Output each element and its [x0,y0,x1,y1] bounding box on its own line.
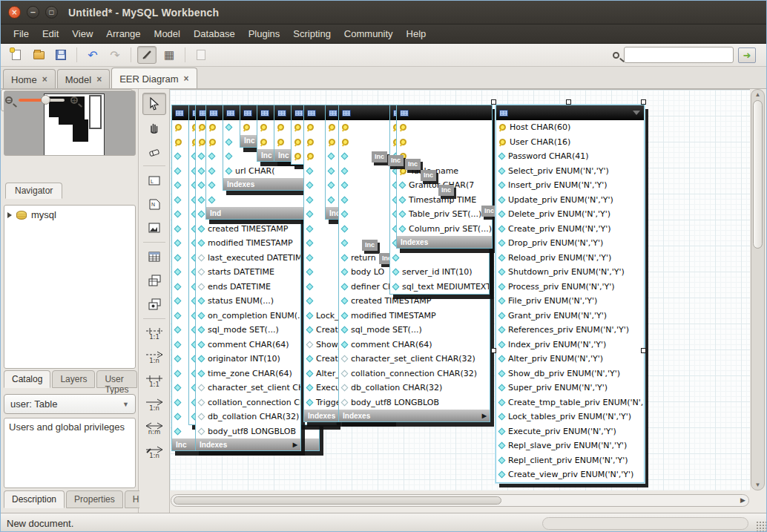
menu-model[interactable]: Model [148,26,187,42]
table-column-row[interactable]: comment CHAR(64) [196,338,300,352]
table-column-row[interactable]: References_priv ENUM('N','Y') [496,323,644,338]
table-column-row[interactable]: body_utf8 LONGBLOB [339,395,490,410]
horizontal-scroll-thumb[interactable] [174,496,501,505]
table-column-row[interactable]: created TIMESTAMP [339,294,490,309]
table-column-row[interactable]: created TIMESTAMP [196,222,300,237]
table-figure-header[interactable] [397,105,492,120]
tool-routine-group[interactable] [142,293,166,315]
tab-user-types[interactable]: User Types [96,370,137,388]
tool-layer[interactable]: L [142,169,166,191]
undo-button[interactable]: ↶ [83,46,102,64]
tab-eer-diagram[interactable]: EER Diagram× [111,68,197,88]
table-column-row[interactable]: Update_priv ENUM('N','Y') [496,193,644,208]
tab-close-icon[interactable]: × [42,74,47,85]
table-column-row[interactable]: server_id INT(10) [390,265,489,280]
scroll-up-icon[interactable]: ▲ [751,91,764,98]
selection-handle[interactable] [566,99,571,105]
tab-home[interactable]: Home× [3,69,56,88]
menu-view[interactable]: View [65,26,99,42]
resize-grip[interactable] [756,521,766,531]
scroll-right-icon[interactable]: ▶ [740,496,745,504]
table-column-row[interactable]: character_set_client CHAR(32) [339,352,490,367]
table-column-row[interactable]: starts DATETIME [196,265,300,280]
table-column-row[interactable]: Select_priv ENUM('N','Y') [496,164,644,179]
table-column-row[interactable] [390,251,489,266]
selection-handle[interactable] [491,99,496,105]
selection-handle[interactable] [641,99,646,105]
table-column-row[interactable]: modified TIMESTAMP [339,309,490,324]
tool-rel-1-1[interactable]: 1:1 [142,370,166,392]
tab-catalog[interactable]: Catalog [4,370,50,388]
selection-handle[interactable] [641,348,646,353]
table-column-row[interactable]: Repl_slave_priv ENUM('N','Y') [496,439,644,453]
no-pen-mode-button[interactable] [137,46,157,64]
table-column-row[interactable]: Show_db_priv ENUM('N','Y') [496,367,644,381]
table-column-row[interactable]: time_zone CHAR(64) [196,367,300,381]
indexes-footer[interactable]: Indexes [223,178,303,190]
new-document-button[interactable] [7,46,26,64]
titlebar[interactable]: × − ▢ Untitled* - MySQL Workbench [1,1,766,24]
tool-rel-1-n-existing[interactable]: 1:n [142,441,166,463]
paste-button[interactable] [191,46,211,64]
expander-icon[interactable] [7,212,12,218]
menu-scripting[interactable]: Scripting [286,26,338,42]
tab-description[interactable]: Description [4,490,65,508]
tool-rel-1-n-noniden[interactable]: 1:n [142,346,166,368]
description-box[interactable]: Users and global privileges [4,418,136,488]
table-column-row[interactable]: Reload_priv ENUM('N','Y') [496,251,644,266]
menu-edit[interactable]: Edit [36,26,65,42]
table-column-row[interactable]: Host CHAR(60) [496,120,644,135]
tab-close-icon[interactable]: × [184,73,189,84]
horizontal-scrollbar[interactable]: ▶ [171,494,749,507]
minimize-window-button[interactable]: − [27,6,39,19]
selection-combo[interactable]: user: Table ▼ [4,394,136,414]
table-column-row[interactable]: Shutdown_priv ENUM('N','Y') [496,265,644,280]
table-column-row[interactable]: Super_priv ENUM('N','Y') [496,381,644,395]
tab-layers[interactable]: Layers [52,370,95,388]
save-document-button[interactable] [51,46,70,64]
open-document-button[interactable] [29,46,48,64]
table-column-row[interactable]: sql_mode SET(...) [339,323,490,338]
table-column-row[interactable]: db_collation CHAR(32) [339,381,490,395]
table-column-row[interactable]: db_collation CHAR(32) [196,410,300,424]
table-column-row[interactable]: User CHAR(16) [496,135,644,150]
menu-file[interactable]: File [7,26,36,42]
table-column-row[interactable]: url CHAR( [223,164,303,179]
table-column-row[interactable]: Column_priv SET(...) [397,222,492,237]
tool-rel-1-1-noniden[interactable]: 1:1 [142,322,166,344]
tab-navigator[interactable]: Navigator [5,183,62,199]
redo-button[interactable]: ↷ [105,46,125,64]
tool-view[interactable] [142,269,166,292]
table-column-row[interactable]: Grant_priv ENUM('N','Y') [496,309,644,324]
menu-plugins[interactable]: Plugins [242,26,287,42]
collapse-arrow-icon[interactable] [633,111,640,115]
menu-help[interactable]: Help [400,26,433,42]
table-column-row[interactable]: collation_connection CHAR(32) [339,367,490,381]
table-column-row[interactable]: on_completion ENUM(...) [196,309,300,324]
table-column-row[interactable]: body_utf8 LONGBLOB [196,424,300,439]
table-column-row[interactable] [397,120,492,135]
table-column-row[interactable]: Repl_client_priv ENUM('N','Y') [496,453,644,468]
table-column-row[interactable]: Create_tmp_table_priv ENUM('N','Y') [496,395,644,410]
table-figure-header[interactable] [496,105,644,120]
table-figure[interactable]: Table_name Grantor CHAR(7Timestamp TIMET… [396,105,493,249]
table-column-row[interactable]: modified TIMESTAMP [196,236,300,251]
search-input[interactable] [624,47,734,63]
table-column-row[interactable]: File_priv ENUM('N','Y') [496,294,644,309]
table-column-row[interactable]: Table_priv SET(...) [397,207,492,222]
table-column-row[interactable]: character_set_client CHA [196,381,300,395]
catalog-schema-row[interactable]: mysql [4,206,135,224]
menu-community[interactable]: Community [338,26,400,42]
table-column-row[interactable]: sql_text MEDIUMTEXT [390,280,489,295]
tab-properties[interactable]: Properties [66,490,123,508]
tool-hand[interactable] [142,116,166,139]
tab-close-icon[interactable]: × [96,74,102,85]
table-column-row[interactable]: Password CHAR(41) [496,149,644,164]
table-column-row[interactable] [397,135,492,150]
table-column-row[interactable]: Execute_priv ENUM('N','Y') [496,424,644,439]
selection-handle[interactable] [491,348,496,353]
scroll-down-icon[interactable]: ▼ [751,482,764,488]
tab-model[interactable]: Model× [57,69,110,88]
table-column-row[interactable]: Index_priv ENUM('N','Y') [496,338,644,352]
table-column-row[interactable]: Lock_tables_priv ENUM('N','Y') [496,410,644,424]
